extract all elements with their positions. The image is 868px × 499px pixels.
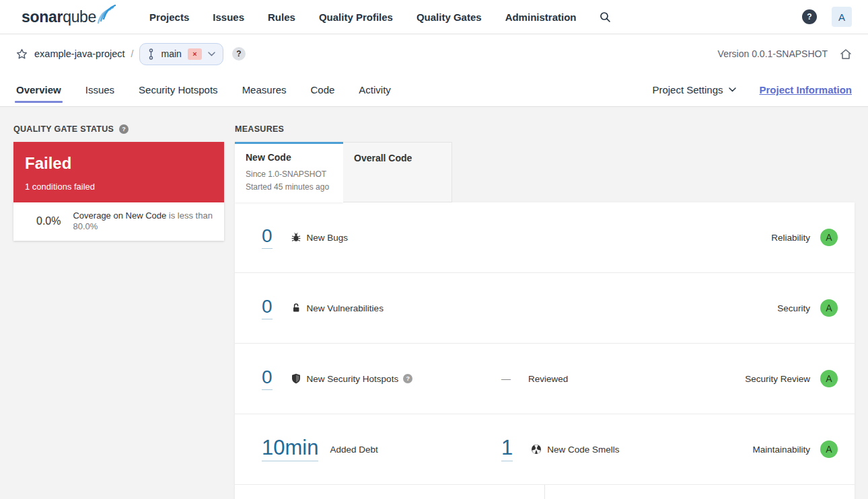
new-code-tab-subtitle: Since 1.0-SNAPSHOT Started 45 minutes ag… bbox=[246, 168, 332, 194]
maintainability-rating: Maintainability A bbox=[752, 440, 838, 458]
breadcrumb: example-java-project / main × ? Version … bbox=[0, 34, 868, 73]
new-hotspots-label: New Security Hotspots bbox=[307, 374, 399, 384]
condition-value: 0.0% bbox=[36, 215, 61, 227]
quality-gate-status: Failed bbox=[25, 154, 213, 173]
quality-gate-section: QUALITY GATE STATUS ? Failed 1 condition… bbox=[13, 124, 224, 499]
new-vulnerabilities-label: New Vulnerabilities bbox=[307, 303, 384, 313]
logo-text: sonarqube bbox=[22, 7, 96, 27]
quality-gate-card: Failed 1 conditions failed 0.0% Coverage… bbox=[13, 142, 224, 241]
quality-gate-header: QUALITY GATE STATUS ? bbox=[13, 124, 224, 134]
quality-gate-subtitle: 1 conditions failed bbox=[25, 182, 213, 192]
sonarqube-logo[interactable]: sonarqube bbox=[22, 7, 116, 27]
bug-icon bbox=[291, 232, 301, 243]
project-version: Version 0.0.1-SNAPSHOT bbox=[718, 48, 828, 59]
measures-header: MEASURES bbox=[235, 124, 855, 134]
reliability-rating: Reliability A bbox=[771, 229, 838, 246]
duplications-cell bbox=[544, 485, 855, 499]
coverage-duplications-row bbox=[235, 485, 855, 499]
measures-tabs: New Code Since 1.0-SNAPSHOT Started 45 m… bbox=[235, 142, 855, 202]
new-vulnerabilities-metric: 0 New Vulnerabilities bbox=[262, 297, 384, 319]
security-rating: Security A bbox=[777, 299, 838, 317]
security-review-rating: Security Review A bbox=[745, 370, 838, 387]
help-icon[interactable]: ? bbox=[802, 9, 817, 24]
branch-name: main bbox=[161, 48, 181, 59]
chevron-down-icon bbox=[208, 52, 215, 56]
added-debt-label: Added Debt bbox=[330, 445, 377, 455]
maintainability-rating-badge[interactable]: A bbox=[820, 440, 838, 458]
home-icon[interactable] bbox=[840, 48, 852, 60]
project-tabs: Overview Issues Security Hotspots Measur… bbox=[0, 73, 868, 107]
new-bugs-label: New Bugs bbox=[307, 233, 349, 243]
measure-row-vulnerabilities: 0 New Vulnerabilities Security A bbox=[235, 273, 855, 344]
measure-row-hotspots: 0 New Security Hotspots ? — Reviewed Sec… bbox=[235, 344, 855, 414]
project-settings-dropdown[interactable]: Project Settings bbox=[652, 84, 736, 95]
branch-help-icon[interactable]: ? bbox=[232, 47, 246, 61]
condition-text: Coverage on New Code is less than 80.0% bbox=[73, 210, 213, 233]
measures-section: MEASURES New Code Since 1.0-SNAPSHOT Sta… bbox=[235, 124, 855, 499]
project-name-link[interactable]: example-java-project bbox=[34, 48, 125, 59]
reliability-rating-badge[interactable]: A bbox=[820, 229, 838, 246]
overall-code-tab-label: Overall Code bbox=[354, 153, 441, 163]
reliability-label: Reliability bbox=[771, 233, 810, 243]
tab-overall-code[interactable]: Overall Code bbox=[343, 142, 452, 202]
overview-content: QUALITY GATE STATUS ? Failed 1 condition… bbox=[0, 107, 868, 499]
security-review-label: Security Review bbox=[745, 374, 810, 384]
favorite-star-icon[interactable] bbox=[16, 48, 28, 60]
added-debt-metric: 10min Added Debt bbox=[262, 437, 501, 461]
tab-overview[interactable]: Overview bbox=[16, 74, 61, 106]
measures-title: MEASURES bbox=[235, 124, 284, 134]
added-debt-link[interactable]: 10min bbox=[262, 437, 318, 461]
measure-row-maintainability: 10min Added Debt 1 New Code S bbox=[235, 414, 855, 485]
security-rating-badge[interactable]: A bbox=[820, 299, 838, 317]
maintainability-label: Maintainability bbox=[752, 445, 810, 455]
new-hotspots-metric: 0 New Security Hotspots ? bbox=[262, 368, 501, 390]
new-bugs-metric: 0 bbox=[262, 227, 348, 249]
quality-gate-banner: Failed 1 conditions failed bbox=[13, 142, 224, 202]
shield-icon bbox=[291, 373, 301, 384]
nav-item-quality-gates[interactable]: Quality Gates bbox=[417, 11, 482, 23]
tab-new-code[interactable]: New Code Since 1.0-SNAPSHOT Started 45 m… bbox=[235, 142, 343, 202]
open-lock-icon bbox=[291, 303, 301, 313]
reviewed-label: Reviewed bbox=[528, 374, 568, 384]
new-code-smells-metric: 1 New Code Smells bbox=[501, 437, 620, 461]
security-review-rating-badge[interactable]: A bbox=[820, 370, 838, 387]
new-bugs-count-link[interactable]: 0 bbox=[262, 227, 273, 249]
nav-links: Projects Issues Rules Quality Profiles Q… bbox=[149, 11, 576, 23]
hotspots-help-icon[interactable]: ? bbox=[403, 374, 412, 383]
tab-security-hotspots[interactable]: Security Hotspots bbox=[139, 74, 218, 106]
measures-panel: 0 bbox=[235, 202, 855, 499]
top-navbar: sonarqube Projects Issues Rules Quality … bbox=[0, 0, 868, 34]
new-code-tab-label: New Code bbox=[246, 152, 332, 163]
search-icon[interactable] bbox=[600, 11, 611, 23]
user-avatar[interactable]: A bbox=[832, 7, 852, 27]
tab-activity[interactable]: Activity bbox=[359, 74, 391, 106]
project-information-link[interactable]: Project Information bbox=[759, 84, 852, 95]
chevron-down-icon bbox=[729, 87, 736, 92]
quality-gate-help-icon[interactable]: ? bbox=[119, 124, 129, 134]
failed-condition-row[interactable]: 0.0% Coverage on New Code is less than 8… bbox=[13, 202, 224, 241]
new-code-smells-count-link[interactable]: 1 bbox=[501, 437, 513, 461]
nav-item-quality-profiles[interactable]: Quality Profiles bbox=[319, 11, 393, 23]
branch-close-icon[interactable]: × bbox=[188, 48, 202, 60]
tab-issues[interactable]: Issues bbox=[85, 74, 114, 106]
nav-item-projects[interactable]: Projects bbox=[149, 11, 189, 23]
tab-code[interactable]: Code bbox=[310, 74, 334, 106]
tabs-right: Project Settings Project Information bbox=[652, 84, 852, 95]
breadcrumb-separator: / bbox=[131, 48, 134, 59]
new-hotspots-count-link[interactable]: 0 bbox=[262, 368, 273, 390]
nav-item-issues[interactable]: Issues bbox=[213, 11, 244, 23]
nav-item-rules[interactable]: Rules bbox=[268, 11, 295, 23]
logo-swoosh-icon bbox=[97, 4, 116, 24]
branch-selector[interactable]: main × bbox=[139, 43, 223, 65]
new-vulnerabilities-count-link[interactable]: 0 bbox=[262, 297, 273, 319]
security-label: Security bbox=[777, 303, 810, 313]
measure-row-bugs: 0 bbox=[235, 202, 855, 273]
quality-gate-title: QUALITY GATE STATUS bbox=[13, 124, 114, 134]
code-smell-icon bbox=[531, 444, 542, 455]
condition-metric: Coverage on New Code bbox=[73, 210, 166, 221]
tab-measures[interactable]: Measures bbox=[242, 74, 287, 106]
nav-item-administration[interactable]: Administration bbox=[505, 11, 577, 23]
branch-icon bbox=[147, 48, 155, 60]
new-code-smells-label: New Code Smells bbox=[547, 445, 619, 455]
breadcrumb-right: Version 0.0.1-SNAPSHOT bbox=[718, 48, 852, 60]
